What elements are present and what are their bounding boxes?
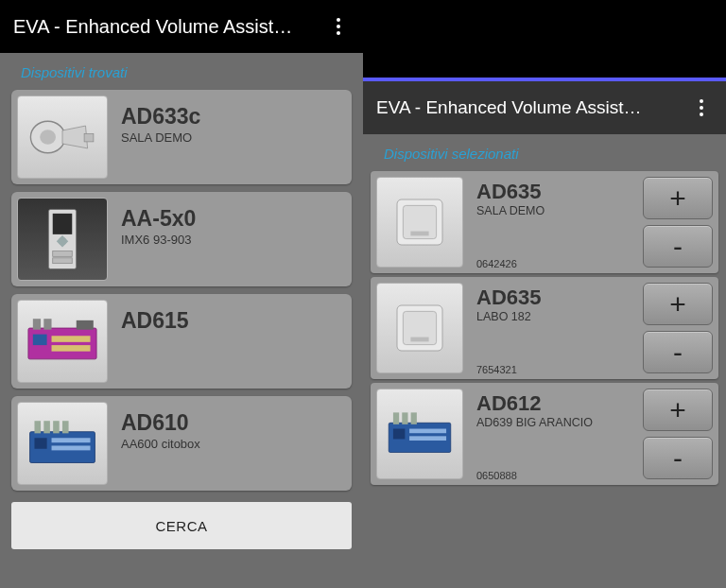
svg-rect-34 bbox=[393, 429, 405, 440]
status-bar-area bbox=[363, 0, 726, 81]
overflow-menu-icon[interactable] bbox=[327, 15, 350, 38]
circuit-board-icon bbox=[24, 416, 101, 471]
svg-rect-14 bbox=[52, 336, 91, 342]
svg-rect-23 bbox=[52, 445, 91, 450]
device-name: AD633c bbox=[121, 105, 200, 129]
device-card[interactable]: AD633c SALA DEMO bbox=[11, 90, 352, 184]
svg-rect-18 bbox=[43, 421, 50, 433]
screen-selected-devices: EVA - Enhanced Volume Assist… Dispositiv… bbox=[363, 0, 726, 588]
device-thumbnail bbox=[376, 389, 463, 479]
selected-device-card: AD635 SALA DEMO 0642426 + - bbox=[371, 171, 718, 273]
device-thumbnail bbox=[17, 300, 108, 383]
svg-rect-26 bbox=[410, 232, 428, 236]
svg-rect-20 bbox=[62, 421, 69, 433]
svg-rect-2 bbox=[84, 134, 94, 142]
svg-rect-33 bbox=[411, 412, 417, 424]
app-bar: EVA - Enhanced Volume Assist… bbox=[363, 81, 726, 134]
volume-up-button[interactable]: + bbox=[643, 177, 713, 219]
found-device-list: AD633c SALA DEMO AA-5x0 bbox=[0, 90, 363, 491]
svg-rect-36 bbox=[409, 436, 446, 441]
section-title-found: Dispositivi trovati bbox=[0, 53, 363, 90]
device-subtitle: AA600 citobox bbox=[121, 437, 200, 451]
device-info: AA-5x0 IMX6 93-903 bbox=[108, 198, 203, 247]
volume-down-button[interactable]: - bbox=[643, 225, 713, 268]
device-name: AD635 bbox=[476, 181, 639, 203]
volume-controls: + - bbox=[643, 281, 713, 379]
svg-rect-35 bbox=[409, 429, 446, 434]
device-thumbnail bbox=[376, 283, 463, 373]
circuit-board-icon bbox=[24, 314, 101, 369]
search-button[interactable]: CERCA bbox=[11, 502, 352, 549]
device-name: AD612 bbox=[476, 392, 639, 415]
overflow-menu-icon[interactable] bbox=[690, 96, 713, 119]
svg-rect-32 bbox=[402, 412, 407, 424]
device-card[interactable]: AD610 AA600 citobox bbox=[11, 396, 352, 491]
device-info: AD610 AA600 citobox bbox=[108, 402, 208, 451]
svg-rect-22 bbox=[52, 438, 91, 442]
horn-speaker-icon bbox=[29, 113, 95, 161]
device-info: AD635 SALA DEMO 0642426 bbox=[467, 175, 643, 273]
app-title: EVA - Enhanced Volume Assist… bbox=[376, 97, 690, 118]
device-name: AD635 bbox=[476, 286, 639, 309]
svg-rect-7 bbox=[53, 251, 73, 256]
svg-point-1 bbox=[40, 130, 56, 144]
device-thumbnail bbox=[17, 95, 108, 179]
volume-controls: + - bbox=[643, 387, 713, 485]
volume-up-button[interactable]: + bbox=[643, 389, 713, 431]
svg-rect-4 bbox=[53, 214, 73, 234]
svg-rect-10 bbox=[33, 319, 41, 329]
svg-rect-19 bbox=[53, 421, 60, 433]
circuit-board-icon bbox=[383, 407, 457, 460]
device-info: AD612 AD639 BIG ARANCIO 0650888 bbox=[467, 387, 643, 485]
screen-found-devices: EVA - Enhanced Volume Assist… Dispositiv… bbox=[0, 0, 363, 588]
app-bar: EVA - Enhanced Volume Assist… bbox=[0, 0, 363, 53]
section-title-selected: Dispositivi selezionati bbox=[363, 134, 726, 171]
volume-down-button[interactable]: - bbox=[643, 331, 713, 373]
svg-rect-17 bbox=[34, 421, 41, 433]
device-card[interactable]: AA-5x0 IMX6 93-903 bbox=[11, 192, 352, 286]
device-name: AD615 bbox=[121, 309, 189, 333]
svg-rect-12 bbox=[77, 320, 94, 330]
selected-device-card: AD635 LABO 182 7654321 + - bbox=[371, 277, 718, 379]
svg-rect-13 bbox=[33, 335, 47, 345]
svg-rect-21 bbox=[34, 438, 46, 448]
svg-rect-8 bbox=[53, 258, 73, 264]
device-thumbnail bbox=[17, 402, 108, 485]
volume-up-button[interactable]: + bbox=[643, 283, 713, 325]
device-name: AA-5x0 bbox=[121, 207, 196, 231]
device-info: AD635 LABO 182 7654321 bbox=[467, 281, 643, 379]
device-card[interactable]: AD615 bbox=[11, 294, 352, 389]
device-id: 0650888 bbox=[476, 470, 517, 481]
content-area: Dispositivi trovati AD633c SALA DEMO bbox=[0, 53, 363, 588]
svg-rect-11 bbox=[43, 319, 51, 329]
wall-speaker-icon bbox=[389, 192, 450, 252]
volume-controls: + - bbox=[643, 175, 713, 273]
device-id: 7654321 bbox=[476, 364, 517, 375]
selected-device-card: AD612 AD639 BIG ARANCIO 0650888 + - bbox=[371, 383, 718, 485]
wall-speaker-icon bbox=[389, 298, 450, 358]
svg-rect-29 bbox=[410, 337, 428, 342]
device-info: AD633c SALA DEMO bbox=[108, 95, 208, 145]
device-subtitle: IMX6 93-903 bbox=[121, 233, 196, 247]
intercom-icon bbox=[42, 206, 83, 272]
svg-rect-15 bbox=[52, 345, 91, 352]
device-subtitle: AD639 BIG ARANCIO bbox=[476, 416, 639, 429]
device-id: 0642426 bbox=[476, 258, 517, 269]
device-subtitle: SALA DEMO bbox=[476, 204, 639, 217]
content-area: Dispositivi selezionati AD635 SALA DEMO … bbox=[363, 134, 726, 588]
volume-down-button[interactable]: - bbox=[643, 437, 713, 479]
device-subtitle: SALA DEMO bbox=[121, 130, 200, 145]
device-thumbnail bbox=[376, 177, 463, 268]
device-info: AD615 bbox=[108, 300, 197, 335]
device-thumbnail bbox=[17, 198, 108, 281]
app-title: EVA - Enhanced Volume Assist… bbox=[13, 16, 327, 38]
device-name: AD610 bbox=[121, 411, 200, 435]
device-subtitle: LABO 182 bbox=[476, 310, 639, 323]
svg-rect-31 bbox=[393, 412, 399, 424]
selected-device-list: AD635 SALA DEMO 0642426 + - bbox=[363, 171, 726, 485]
